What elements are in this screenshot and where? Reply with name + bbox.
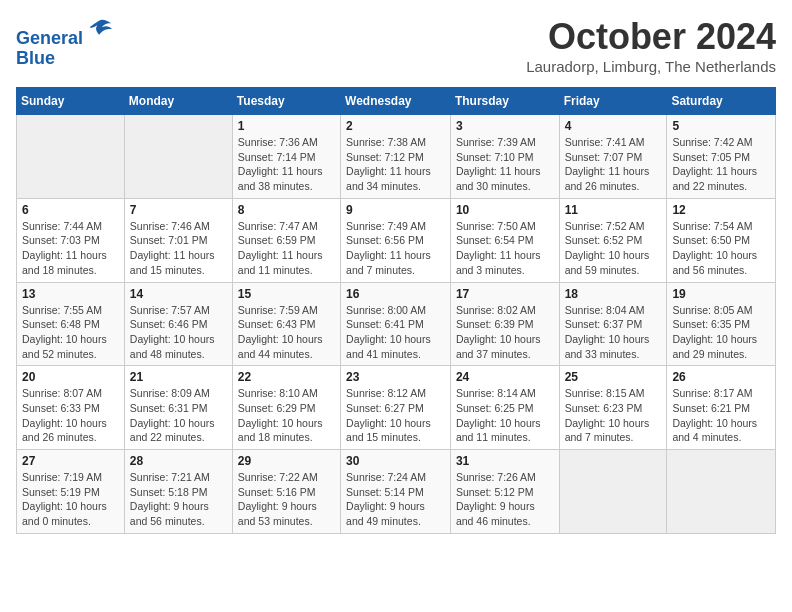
day-number: 16 (346, 287, 445, 301)
day-number: 28 (130, 454, 227, 468)
day-number: 22 (238, 370, 335, 384)
calendar-cell: 6Sunrise: 7:44 AMSunset: 7:03 PMDaylight… (17, 198, 125, 282)
page-header: General Blue October 2024 Lauradorp, Lim… (16, 16, 776, 75)
calendar-cell: 27Sunrise: 7:19 AMSunset: 5:19 PMDayligh… (17, 450, 125, 534)
calendar-week-row: 1Sunrise: 7:36 AMSunset: 7:14 PMDaylight… (17, 115, 776, 199)
day-number: 6 (22, 203, 119, 217)
day-detail: Sunrise: 7:55 AMSunset: 6:48 PMDaylight:… (22, 303, 119, 362)
calendar-cell: 4Sunrise: 7:41 AMSunset: 7:07 PMDaylight… (559, 115, 667, 199)
calendar-cell: 24Sunrise: 8:14 AMSunset: 6:25 PMDayligh… (450, 366, 559, 450)
calendar-cell: 31Sunrise: 7:26 AMSunset: 5:12 PMDayligh… (450, 450, 559, 534)
day-number: 31 (456, 454, 554, 468)
calendar-cell: 10Sunrise: 7:50 AMSunset: 6:54 PMDayligh… (450, 198, 559, 282)
calendar-cell: 12Sunrise: 7:54 AMSunset: 6:50 PMDayligh… (667, 198, 776, 282)
day-detail: Sunrise: 7:54 AMSunset: 6:50 PMDaylight:… (672, 219, 770, 278)
day-number: 9 (346, 203, 445, 217)
title-area: October 2024 Lauradorp, Limburg, The Net… (526, 16, 776, 75)
calendar-cell: 20Sunrise: 8:07 AMSunset: 6:33 PMDayligh… (17, 366, 125, 450)
calendar-cell: 5Sunrise: 7:42 AMSunset: 7:05 PMDaylight… (667, 115, 776, 199)
day-number: 13 (22, 287, 119, 301)
day-number: 5 (672, 119, 770, 133)
day-number: 30 (346, 454, 445, 468)
day-number: 21 (130, 370, 227, 384)
day-number: 14 (130, 287, 227, 301)
day-number: 12 (672, 203, 770, 217)
day-number: 17 (456, 287, 554, 301)
day-number: 19 (672, 287, 770, 301)
calendar-week-row: 6Sunrise: 7:44 AMSunset: 7:03 PMDaylight… (17, 198, 776, 282)
day-number: 25 (565, 370, 662, 384)
calendar-cell: 16Sunrise: 8:00 AMSunset: 6:41 PMDayligh… (341, 282, 451, 366)
calendar-body: 1Sunrise: 7:36 AMSunset: 7:14 PMDaylight… (17, 115, 776, 534)
day-header-tuesday: Tuesday (232, 88, 340, 115)
calendar-cell (667, 450, 776, 534)
day-detail: Sunrise: 8:07 AMSunset: 6:33 PMDaylight:… (22, 386, 119, 445)
calendar-header-row: SundayMondayTuesdayWednesdayThursdayFrid… (17, 88, 776, 115)
day-number: 27 (22, 454, 119, 468)
day-detail: Sunrise: 8:14 AMSunset: 6:25 PMDaylight:… (456, 386, 554, 445)
day-number: 10 (456, 203, 554, 217)
calendar-table: SundayMondayTuesdayWednesdayThursdayFrid… (16, 87, 776, 534)
day-detail: Sunrise: 7:41 AMSunset: 7:07 PMDaylight:… (565, 135, 662, 194)
calendar-cell: 9Sunrise: 7:49 AMSunset: 6:56 PMDaylight… (341, 198, 451, 282)
day-detail: Sunrise: 7:39 AMSunset: 7:10 PMDaylight:… (456, 135, 554, 194)
calendar-week-row: 13Sunrise: 7:55 AMSunset: 6:48 PMDayligh… (17, 282, 776, 366)
day-detail: Sunrise: 7:36 AMSunset: 7:14 PMDaylight:… (238, 135, 335, 194)
day-header-friday: Friday (559, 88, 667, 115)
day-detail: Sunrise: 7:42 AMSunset: 7:05 PMDaylight:… (672, 135, 770, 194)
calendar-cell: 1Sunrise: 7:36 AMSunset: 7:14 PMDaylight… (232, 115, 340, 199)
day-header-thursday: Thursday (450, 88, 559, 115)
day-header-monday: Monday (124, 88, 232, 115)
day-detail: Sunrise: 7:19 AMSunset: 5:19 PMDaylight:… (22, 470, 119, 529)
day-header-saturday: Saturday (667, 88, 776, 115)
calendar-week-row: 27Sunrise: 7:19 AMSunset: 5:19 PMDayligh… (17, 450, 776, 534)
calendar-cell: 14Sunrise: 7:57 AMSunset: 6:46 PMDayligh… (124, 282, 232, 366)
calendar-cell: 30Sunrise: 7:24 AMSunset: 5:14 PMDayligh… (341, 450, 451, 534)
day-detail: Sunrise: 8:04 AMSunset: 6:37 PMDaylight:… (565, 303, 662, 362)
logo: General Blue (16, 16, 113, 69)
day-detail: Sunrise: 8:12 AMSunset: 6:27 PMDaylight:… (346, 386, 445, 445)
day-number: 4 (565, 119, 662, 133)
day-detail: Sunrise: 7:49 AMSunset: 6:56 PMDaylight:… (346, 219, 445, 278)
day-detail: Sunrise: 7:57 AMSunset: 6:46 PMDaylight:… (130, 303, 227, 362)
day-number: 29 (238, 454, 335, 468)
calendar-cell (17, 115, 125, 199)
day-detail: Sunrise: 7:26 AMSunset: 5:12 PMDaylight:… (456, 470, 554, 529)
calendar-cell: 2Sunrise: 7:38 AMSunset: 7:12 PMDaylight… (341, 115, 451, 199)
calendar-cell: 18Sunrise: 8:04 AMSunset: 6:37 PMDayligh… (559, 282, 667, 366)
calendar-week-row: 20Sunrise: 8:07 AMSunset: 6:33 PMDayligh… (17, 366, 776, 450)
day-number: 24 (456, 370, 554, 384)
day-detail: Sunrise: 8:05 AMSunset: 6:35 PMDaylight:… (672, 303, 770, 362)
calendar-cell: 15Sunrise: 7:59 AMSunset: 6:43 PMDayligh… (232, 282, 340, 366)
calendar-cell: 13Sunrise: 7:55 AMSunset: 6:48 PMDayligh… (17, 282, 125, 366)
month-title: October 2024 (526, 16, 776, 58)
calendar-cell: 25Sunrise: 8:15 AMSunset: 6:23 PMDayligh… (559, 366, 667, 450)
day-number: 23 (346, 370, 445, 384)
day-detail: Sunrise: 8:09 AMSunset: 6:31 PMDaylight:… (130, 386, 227, 445)
day-header-sunday: Sunday (17, 88, 125, 115)
logo-text: General Blue (16, 16, 113, 69)
calendar-cell: 28Sunrise: 7:21 AMSunset: 5:18 PMDayligh… (124, 450, 232, 534)
calendar-cell: 26Sunrise: 8:17 AMSunset: 6:21 PMDayligh… (667, 366, 776, 450)
day-number: 15 (238, 287, 335, 301)
day-header-wednesday: Wednesday (341, 88, 451, 115)
day-number: 8 (238, 203, 335, 217)
calendar-cell (124, 115, 232, 199)
day-number: 20 (22, 370, 119, 384)
day-detail: Sunrise: 7:44 AMSunset: 7:03 PMDaylight:… (22, 219, 119, 278)
calendar-cell (559, 450, 667, 534)
calendar-cell: 8Sunrise: 7:47 AMSunset: 6:59 PMDaylight… (232, 198, 340, 282)
calendar-cell: 7Sunrise: 7:46 AMSunset: 7:01 PMDaylight… (124, 198, 232, 282)
day-detail: Sunrise: 8:02 AMSunset: 6:39 PMDaylight:… (456, 303, 554, 362)
day-detail: Sunrise: 7:47 AMSunset: 6:59 PMDaylight:… (238, 219, 335, 278)
day-detail: Sunrise: 8:10 AMSunset: 6:29 PMDaylight:… (238, 386, 335, 445)
day-detail: Sunrise: 7:59 AMSunset: 6:43 PMDaylight:… (238, 303, 335, 362)
calendar-cell: 11Sunrise: 7:52 AMSunset: 6:52 PMDayligh… (559, 198, 667, 282)
location: Lauradorp, Limburg, The Netherlands (526, 58, 776, 75)
day-detail: Sunrise: 8:00 AMSunset: 6:41 PMDaylight:… (346, 303, 445, 362)
day-detail: Sunrise: 8:17 AMSunset: 6:21 PMDaylight:… (672, 386, 770, 445)
calendar-cell: 21Sunrise: 8:09 AMSunset: 6:31 PMDayligh… (124, 366, 232, 450)
calendar-cell: 17Sunrise: 8:02 AMSunset: 6:39 PMDayligh… (450, 282, 559, 366)
day-number: 11 (565, 203, 662, 217)
day-number: 1 (238, 119, 335, 133)
